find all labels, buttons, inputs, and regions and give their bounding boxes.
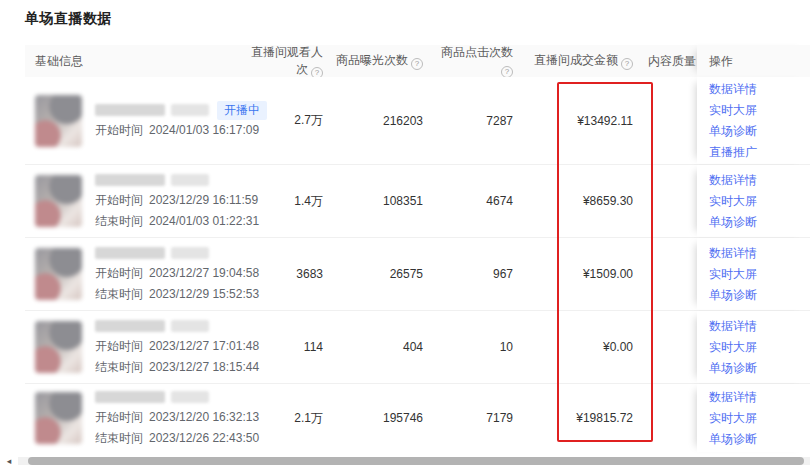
views-value: 1.4万 <box>240 193 330 210</box>
col-header-quality: 内容质量 <box>640 53 698 70</box>
action-link[interactable]: 单场诊断 <box>709 285 810 306</box>
row-actions: 数据详情实时大屏单场诊断 <box>697 165 810 237</box>
session-info-cell: 开始时间2023/12/27 17:01:48结束时间2023/12/27 18… <box>25 318 240 376</box>
col-header-views: 直播间观看人次? <box>240 44 330 79</box>
clicks-value: 4674 <box>430 194 520 208</box>
time-label: 结束时间 <box>95 431 143 445</box>
table-row: 开始时间2023/12/27 17:01:48结束时间2023/12/27 18… <box>25 311 810 384</box>
col-header-basic-info: 基础信息 <box>25 53 240 70</box>
table-row: 开始时间2023/12/27 19:04:58结束时间2023/12/29 15… <box>25 238 810 311</box>
action-link[interactable]: 实时大屏 <box>709 191 810 212</box>
action-link[interactable]: 直播推广 <box>709 142 810 163</box>
table-header: 基础信息直播间观看人次?商品曝光次数?商品点击次数?直播间成交金额?内容质量操作 <box>25 45 810 77</box>
gmv-value: ¥0.00 <box>520 340 640 354</box>
exposure-value: 404 <box>330 340 430 354</box>
action-link[interactable]: 数据详情 <box>709 316 810 337</box>
time-line: 结束时间2023/12/29 15:52:53 <box>95 285 259 303</box>
session-info-cell: 开始时间2023/12/29 16:11:59结束时间2024/01/03 01… <box>25 172 240 230</box>
col-header-actions: 操作 <box>697 45 810 77</box>
session-cover-thumbnail <box>35 95 82 147</box>
clicks-value: 10 <box>430 340 520 354</box>
time-line: 开始时间2023/12/27 19:04:58 <box>95 264 259 282</box>
time-label: 开始时间 <box>95 339 143 353</box>
scrollbar-thumb[interactable] <box>28 457 804 465</box>
action-link[interactable]: 实时大屏 <box>709 264 810 285</box>
time-value: 2023/12/29 15:52:53 <box>149 287 259 301</box>
time-label: 开始时间 <box>95 266 143 280</box>
action-link[interactable]: 单场诊断 <box>709 429 810 450</box>
blurred-text-bar <box>95 391 165 403</box>
action-link[interactable]: 数据详情 <box>709 79 810 100</box>
session-info-text: 开始时间2023/12/27 17:01:48结束时间2023/12/27 18… <box>95 318 259 376</box>
blurred-text-bar <box>171 320 209 332</box>
clicks-value: 7179 <box>430 411 520 425</box>
scrollbar-track[interactable] <box>18 457 810 465</box>
session-title-blurred <box>95 389 259 405</box>
exposure-value: 195746 <box>330 411 430 425</box>
time-line: 开始时间2023/12/20 16:32:13 <box>95 408 259 426</box>
time-label: 开始时间 <box>95 193 143 207</box>
row-actions: 数据详情实时大屏单场诊断 <box>697 238 810 310</box>
session-info-cell: 开播中 开始时间2024/01/03 16:17:09 <box>25 95 240 147</box>
page: 单场直播数据 基础信息直播间观看人次?商品曝光次数?商品点击次数?直播间成交金额… <box>0 0 810 471</box>
row-actions: 数据详情实时大屏单场诊断 <box>697 384 810 452</box>
action-link[interactable]: 单场诊断 <box>709 212 810 233</box>
blurred-text-bar <box>171 247 209 259</box>
action-link[interactable]: 单场诊断 <box>709 358 810 379</box>
session-info-cell: 开始时间2023/12/20 16:32:13结束时间2023/12/26 22… <box>25 389 240 447</box>
time-label: 结束时间 <box>95 360 143 374</box>
session-title-blurred <box>95 245 259 261</box>
action-link[interactable]: 数据详情 <box>709 387 810 408</box>
time-value: 2023/12/26 22:43:50 <box>149 431 259 445</box>
time-value: 2023/12/27 18:15:44 <box>149 360 259 374</box>
action-link[interactable]: 单场诊断 <box>709 121 810 142</box>
table-body: 开播中 开始时间2024/01/03 16:17:09 2.7万 216203 … <box>25 77 810 452</box>
clicks-value: 7287 <box>430 114 520 128</box>
exposure-value: 26575 <box>330 267 430 281</box>
session-info-cell: 开始时间2023/12/27 19:04:58结束时间2023/12/29 15… <box>25 245 240 303</box>
action-link[interactable]: 实时大屏 <box>709 100 810 121</box>
gmv-value: ¥8659.30 <box>520 194 640 208</box>
time-line: 结束时间2024/01/03 01:22:31 <box>95 212 259 230</box>
blurred-text-bar <box>95 174 165 186</box>
info-icon[interactable]: ? <box>621 58 633 70</box>
time-line: 开始时间2023/12/27 17:01:48 <box>95 337 259 355</box>
info-icon[interactable]: ? <box>411 58 423 70</box>
table-row: 开始时间2023/12/29 16:11:59结束时间2024/01/03 01… <box>25 165 810 238</box>
session-cover-thumbnail <box>35 248 82 300</box>
gmv-value: ¥1509.00 <box>520 267 640 281</box>
scroll-left-arrow-icon[interactable]: ◂ <box>0 456 18 466</box>
blurred-text-bar <box>171 104 209 116</box>
session-title-blurred <box>95 318 259 334</box>
session-info-text: 开始时间2023/12/20 16:32:13结束时间2023/12/26 22… <box>95 389 259 447</box>
gmv-value: ¥13492.11 <box>520 114 640 128</box>
col-header-exposure: 商品曝光次数? <box>330 52 430 70</box>
session-title-blurred <box>95 172 259 188</box>
action-link[interactable]: 数据详情 <box>709 170 810 191</box>
time-value: 2024/01/03 01:22:31 <box>149 214 259 228</box>
action-link[interactable]: 数据详情 <box>709 243 810 264</box>
session-cover-thumbnail <box>35 392 82 444</box>
views-value: 2.1万 <box>240 410 330 427</box>
views-value: 3683 <box>240 267 330 281</box>
gmv-value: ¥19815.72 <box>520 411 640 425</box>
session-cover-thumbnail <box>35 321 82 373</box>
time-line: 开始时间2023/12/29 16:11:59 <box>95 191 259 209</box>
clicks-value: 967 <box>430 267 520 281</box>
col-header-gmv: 直播间成交金额? <box>520 52 640 70</box>
table-row: 开始时间2023/12/20 16:32:13结束时间2023/12/26 22… <box>25 384 810 452</box>
time-line: 结束时间2023/12/26 22:43:50 <box>95 429 259 447</box>
blurred-text-bar <box>171 391 209 403</box>
row-actions: 数据详情实时大屏单场诊断 <box>697 311 810 383</box>
col-header-clicks: 商品点击次数? <box>430 44 520 78</box>
time-line: 结束时间2023/12/27 18:15:44 <box>95 358 259 376</box>
exposure-value: 108351 <box>330 194 430 208</box>
action-link[interactable]: 实时大屏 <box>709 408 810 429</box>
live-sessions-table: 基础信息直播间观看人次?商品曝光次数?商品点击次数?直播间成交金额?内容质量操作… <box>25 45 810 452</box>
views-value: 2.7万 <box>240 112 330 129</box>
time-label: 结束时间 <box>95 287 143 301</box>
action-link[interactable]: 实时大屏 <box>709 337 810 358</box>
exposure-value: 216203 <box>330 114 430 128</box>
table-row: 开播中 开始时间2024/01/03 16:17:09 2.7万 216203 … <box>25 77 810 165</box>
views-value: 114 <box>240 340 330 354</box>
